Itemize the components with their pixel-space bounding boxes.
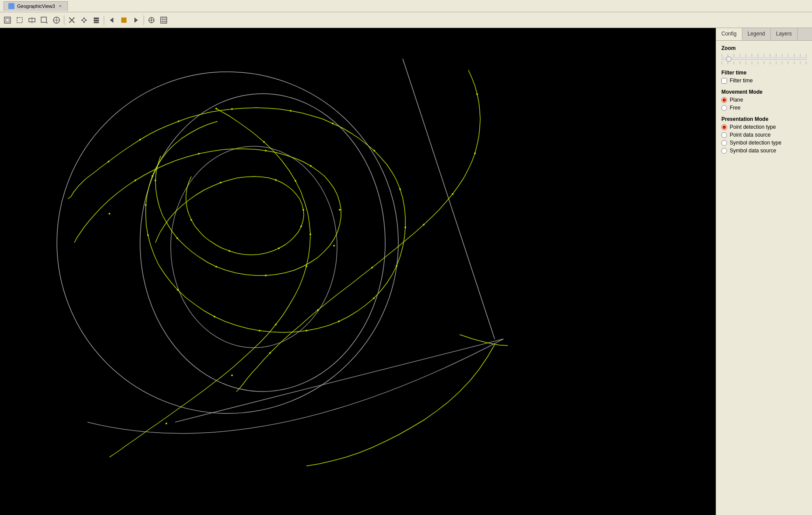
presentation-symbol-detection-row: Symbol detection type: [721, 140, 807, 146]
svg-point-84: [231, 374, 233, 376]
svg-point-64: [333, 245, 335, 247]
presentation-mode-section: Presentation Mode Point detection type P…: [721, 116, 807, 154]
svg-point-79: [423, 224, 425, 226]
movement-free-radio[interactable]: [721, 105, 727, 111]
svg-point-43: [290, 110, 292, 112]
presentation-symbol-detection-label[interactable]: Symbol detection type: [730, 140, 781, 146]
svg-point-74: [228, 250, 230, 252]
svg-marker-19: [110, 18, 113, 23]
svg-point-86: [306, 265, 307, 267]
svg-point-78: [371, 267, 373, 268]
center-button[interactable]: [146, 14, 157, 26]
movement-plane-radio[interactable]: [721, 97, 727, 103]
zoom-section: Zoom | | | | | | | | | | |: [721, 45, 807, 64]
svg-point-53: [214, 316, 215, 317]
svg-point-80: [452, 193, 453, 195]
svg-point-48: [396, 265, 397, 267]
cross-button[interactable]: [66, 14, 77, 26]
title-tab[interactable]: GeographicView3 ✕: [4, 1, 68, 11]
svg-point-89: [263, 141, 265, 143]
svg-point-87: [309, 233, 311, 235]
svg-point-90: [215, 108, 217, 109]
presentation-symbol-data-label[interactable]: Symbol data source: [730, 148, 776, 154]
rect-select-button[interactable]: [14, 14, 25, 26]
tab-icon: [8, 3, 14, 9]
svg-point-41: [178, 120, 179, 122]
presentation-point-data-row: Point data source: [721, 132, 807, 138]
svg-point-71: [302, 209, 304, 211]
stop-button[interactable]: [118, 14, 130, 26]
next-button[interactable]: [130, 14, 142, 26]
svg-rect-16: [94, 18, 99, 19]
movement-free-label[interactable]: Free: [730, 105, 741, 111]
presentation-point-detection-row: Point detection type: [721, 124, 807, 130]
filter-button[interactable]: [51, 14, 62, 26]
panel-content: Zoom | | | | | | | | | | |: [716, 41, 812, 515]
tab-legend[interactable]: Legend: [742, 28, 771, 40]
pan-button[interactable]: [26, 14, 38, 26]
grid-overlay-button[interactable]: [158, 14, 169, 26]
svg-point-88: [295, 180, 296, 182]
prev-button[interactable]: [106, 14, 117, 26]
svg-point-66: [215, 266, 217, 268]
svg-rect-20: [121, 18, 127, 23]
svg-point-23: [151, 19, 152, 21]
svg-point-13: [83, 18, 85, 19]
separator-3: [144, 15, 144, 25]
svg-point-50: [338, 321, 340, 322]
svg-rect-17: [94, 20, 99, 21]
svg-point-61: [265, 150, 267, 152]
filter-time-checkbox[interactable]: [721, 78, 727, 84]
svg-point-42: [231, 108, 233, 110]
svg-point-59: [134, 180, 136, 181]
svg-rect-0: [4, 17, 11, 23]
tab-layers[interactable]: Layers: [771, 28, 798, 40]
svg-point-62: [310, 165, 312, 167]
panel-tabs: Config Legend Layers: [716, 28, 812, 41]
svg-point-47: [404, 226, 406, 228]
presentation-symbol-data-row: Symbol data source: [721, 148, 807, 154]
layers-button[interactable]: [91, 14, 102, 26]
tab-close-button[interactable]: ✕: [58, 4, 63, 9]
svg-point-39: [108, 161, 109, 162]
svg-point-55: [147, 234, 149, 236]
separator-2: [104, 15, 104, 25]
presentation-symbol-data-radio[interactable]: [721, 148, 727, 154]
filter-time-checkbox-label[interactable]: Filter time: [730, 78, 753, 84]
svg-point-73: [278, 247, 280, 249]
svg-point-45: [373, 150, 375, 152]
movement-mode-label: Movement Mode: [721, 89, 807, 95]
svg-rect-18: [94, 22, 99, 23]
svg-point-68: [155, 180, 156, 181]
svg-point-40: [139, 139, 141, 141]
svg-point-57: [151, 175, 153, 177]
svg-marker-21: [134, 18, 138, 23]
svg-point-77: [317, 309, 319, 311]
presentation-point-data-radio[interactable]: [721, 132, 727, 138]
svg-point-85: [275, 324, 277, 325]
svg-point-75: [190, 219, 192, 221]
title-bar: GeographicView3 ✕: [0, 0, 812, 12]
map-canvas[interactable]: [0, 28, 716, 515]
svg-point-69: [220, 182, 221, 183]
svg-point-54: [177, 289, 179, 291]
movement-plane-row: Plane: [721, 97, 807, 103]
zoom-label: Zoom: [721, 45, 807, 51]
presentation-point-detection-radio[interactable]: [721, 124, 727, 130]
zoom-region-button[interactable]: [39, 14, 50, 26]
select-tool-button[interactable]: [2, 14, 13, 26]
presentation-symbol-detection-radio[interactable]: [721, 140, 727, 146]
svg-rect-1: [6, 18, 9, 22]
svg-point-51: [306, 330, 307, 332]
filter-time-section: Filter time Filter time: [721, 70, 807, 84]
svg-point-49: [373, 297, 375, 299]
svg-point-60: [198, 153, 200, 155]
movement-mode-section: Movement Mode Plane Free: [721, 89, 807, 111]
presentation-point-detection-label[interactable]: Point detection type: [730, 124, 776, 130]
svg-rect-28: [161, 17, 167, 23]
presentation-point-data-label[interactable]: Point data source: [730, 132, 770, 138]
movement-plane-label[interactable]: Plane: [730, 97, 743, 103]
zoom-thumb[interactable]: [726, 56, 731, 62]
tab-config[interactable]: Config: [716, 28, 742, 40]
points-button[interactable]: [78, 14, 90, 26]
